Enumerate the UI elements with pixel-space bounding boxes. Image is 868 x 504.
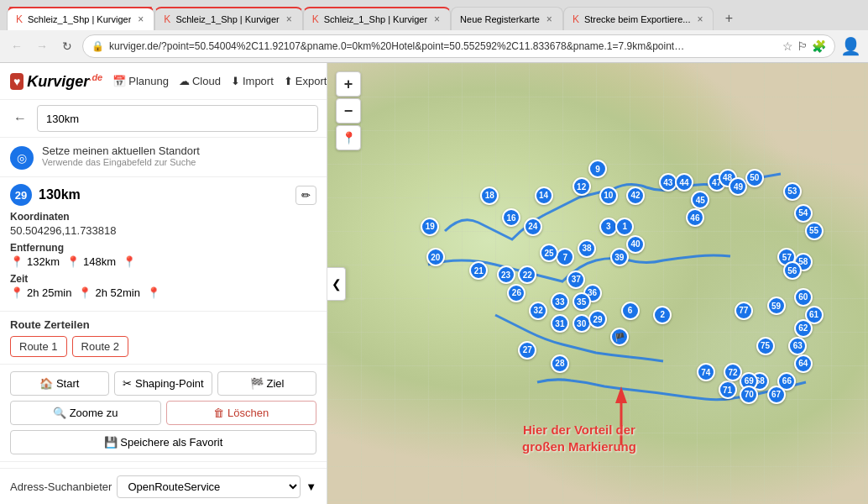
map-marker[interactable]: 25 — [540, 244, 558, 262]
map-marker[interactable]: 39 — [610, 248, 629, 266]
map-marker[interactable]: 63 — [788, 337, 807, 355]
tab-close-3[interactable]: × — [432, 13, 442, 25]
map-marker[interactable]: 🏴 — [610, 328, 629, 346]
map-marker[interactable]: 2 — [653, 306, 672, 324]
map-marker[interactable]: 71 — [719, 381, 737, 399]
map-marker[interactable]: 21 — [469, 261, 488, 280]
route-buttons: Route 1 Route 2 — [10, 336, 316, 357]
logo-heart-icon: ♥ — [10, 73, 24, 90]
map-marker[interactable]: 24 — [524, 218, 542, 236]
tab-close-1[interactable]: × — [136, 13, 145, 25]
map-marker[interactable]: 50 — [745, 169, 764, 187]
map-marker[interactable]: 32 — [529, 302, 547, 320]
map-marker[interactable]: 26 — [507, 284, 526, 302]
reload-button[interactable]: ↻ — [57, 36, 77, 56]
nav-export[interactable]: ⬆ Export — [284, 75, 327, 87]
tab-bar: K Schleiz_1_Shp | Kurviger × K Schleiz_1… — [0, 0, 868, 30]
map-marker[interactable]: 54 — [794, 204, 813, 223]
edit-route-button[interactable]: ✏ — [295, 186, 316, 205]
map-marker[interactable]: 1 — [615, 218, 634, 236]
map-marker[interactable]: 55 — [805, 222, 824, 240]
new-tab-button[interactable]: + — [717, 7, 740, 30]
tab-close-2[interactable]: × — [285, 13, 294, 25]
forward-button[interactable]: → — [32, 36, 52, 56]
map-marker[interactable]: 72 — [724, 363, 742, 381]
map-marker[interactable]: 46 — [686, 208, 704, 227]
address-bar[interactable]: 🔒 kurviger.de/?point=50.54004%2C11.92107… — [82, 34, 835, 58]
map-marker[interactable]: 7 — [556, 248, 574, 266]
map-marker[interactable]: 53 — [783, 182, 802, 201]
map-marker[interactable]: 35 — [573, 292, 591, 311]
map-marker[interactable]: 38 — [578, 239, 596, 258]
map-marker[interactable]: 74 — [697, 363, 715, 381]
tab-label-4: Neue Registerkarte — [460, 14, 540, 24]
address-provider-select[interactable]: OpenRouteService Nominatim Photon — [117, 475, 301, 498]
time-value-1: 2h 25min — [27, 286, 71, 299]
sidebar: ♥ Kurviger.de 📅 Planung ☁ Cloud ⬇ Import… — [0, 63, 327, 504]
nav-cloud[interactable]: ☁ Cloud — [179, 75, 221, 87]
map-marker[interactable]: 14 — [535, 186, 553, 205]
map-marker[interactable]: 44 — [675, 173, 693, 192]
map-marker[interactable]: 10 — [599, 186, 618, 205]
map-marker[interactable]: 77 — [735, 302, 753, 320]
map-marker[interactable]: 23 — [497, 265, 515, 284]
tab-schleiz-1[interactable]: K Schleiz_1_Shp | Kurviger × — [7, 7, 154, 30]
map-marker[interactable]: 19 — [421, 218, 439, 236]
back-nav-button[interactable]: ← — [8, 107, 32, 130]
map-marker[interactable]: 28 — [551, 354, 569, 373]
ziel-button[interactable]: 🏁 Ziel — [217, 371, 316, 396]
loeschen-button[interactable]: 🗑 Löschen — [166, 401, 317, 425]
markers-container: 6716141291018242519202123262238313637394… — [327, 63, 868, 504]
map-marker[interactable]: 45 — [691, 191, 709, 209]
map-marker[interactable]: 70 — [740, 386, 758, 404]
map-marker[interactable]: 27 — [518, 341, 536, 360]
tab-schleiz-3[interactable]: K Schleiz_1_Shp | Kurviger × — [303, 7, 451, 30]
map-marker[interactable]: 64 — [794, 354, 813, 373]
map-marker[interactable]: 59 — [767, 297, 786, 315]
back-button[interactable]: ← — [7, 36, 27, 56]
tab-favicon-2: K — [164, 13, 170, 25]
map-marker[interactable]: 18 — [480, 186, 499, 205]
map-marker[interactable]: 75 — [756, 337, 775, 355]
map-marker[interactable]: 33 — [551, 292, 569, 311]
route1-button[interactable]: Route 1 — [10, 336, 67, 357]
map-marker[interactable]: 29 — [588, 310, 607, 328]
search-input[interactable] — [37, 105, 318, 132]
map-marker[interactable]: 12 — [573, 177, 591, 196]
map-marker[interactable]: 62 — [794, 319, 813, 338]
map-marker[interactable]: 60 — [794, 288, 813, 307]
map-marker[interactable]: 42 — [626, 186, 645, 205]
map-area[interactable]: + − 📍 ❮ 67161412910182425192021232622383… — [327, 63, 868, 504]
tab-schleiz-2[interactable]: K Schleiz_1_Shp | Kurviger × — [154, 7, 302, 30]
map-marker[interactable]: 56 — [783, 261, 802, 280]
map-marker[interactable]: 37 — [567, 270, 585, 289]
start-button[interactable]: 🏠 Start — [10, 371, 109, 396]
favorit-button[interactable]: 💾 Speichere als Favorit — [10, 430, 316, 454]
route2-button[interactable]: Route 2 — [72, 336, 129, 357]
zoom-button[interactable]: 🔍 Zoome zu — [10, 401, 161, 425]
tab-strecke[interactable]: K Strecke beim Exportiere... × — [563, 7, 714, 30]
tab-neue-registerkarte[interactable]: Neue Registerkarte × — [451, 7, 563, 30]
import-icon: ⬇ — [231, 75, 240, 87]
map-marker[interactable]: 16 — [502, 208, 520, 227]
map-marker[interactable]: 40 — [626, 235, 645, 254]
extension-icon[interactable]: 🧩 — [812, 39, 826, 53]
star-icon[interactable]: ☆ — [782, 39, 793, 53]
app-header: ♥ Kurviger.de 📅 Planung ☁ Cloud ⬇ Import… — [0, 63, 327, 100]
shaping-button[interactable]: ✂ Shaping-Point — [114, 371, 213, 396]
profile-icon[interactable]: 👤 — [840, 36, 861, 56]
map-marker[interactable]: 9 — [588, 160, 607, 178]
location-suggest[interactable]: ◎ Setze meinen aktuellen Standort Verwen… — [0, 138, 327, 177]
map-marker[interactable]: 22 — [518, 265, 536, 284]
distance-value-1: 132km — [27, 255, 60, 268]
route-header: 29 130km ✏ — [10, 184, 316, 206]
map-marker[interactable]: 67 — [767, 386, 786, 404]
flag-icon[interactable]: 🏳 — [797, 39, 808, 53]
map-marker[interactable]: 6 — [621, 302, 640, 320]
map-marker[interactable]: 31 — [551, 314, 569, 333]
tab-close-5[interactable]: × — [695, 13, 704, 25]
nav-planung[interactable]: 📅 Planung — [112, 75, 169, 87]
map-marker[interactable]: 20 — [426, 248, 445, 266]
nav-import[interactable]: ⬇ Import — [231, 75, 274, 87]
tab-close-4[interactable]: × — [545, 13, 554, 25]
